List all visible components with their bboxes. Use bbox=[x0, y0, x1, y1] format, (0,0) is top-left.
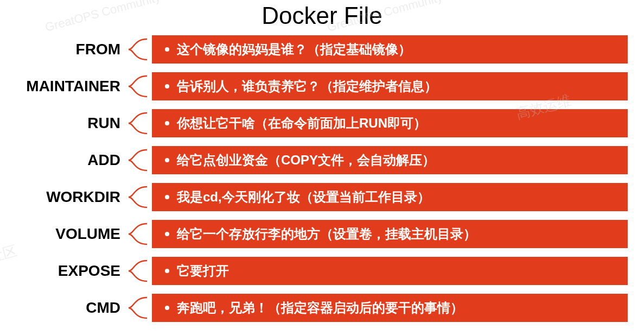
bracket-icon bbox=[125, 181, 152, 213]
desc-maintainer: 告诉别人，谁负责养它？（指定维护者信息） bbox=[152, 72, 628, 100]
desc-cmd: 奔跑吧，兄弟！（指定容器启动后的要干的事情） bbox=[152, 294, 628, 322]
bullet-icon bbox=[165, 121, 169, 125]
desc-text: 给它一个存放行李的地方（设置卷，挂载主机目录） bbox=[177, 225, 476, 243]
row-expose: EXPOSE 它要打开 bbox=[11, 255, 628, 287]
desc-text: 这个镜像的妈妈是谁？（指定基础镜像） bbox=[177, 41, 411, 58]
desc-add: 给它点创业资金（COPY文件，会自动解压） bbox=[152, 146, 628, 174]
rows-container: FROM 这个镜像的妈妈是谁？（指定基础镜像） MAINTAINER 告诉别人，… bbox=[0, 34, 644, 324]
label-expose: EXPOSE bbox=[11, 262, 125, 280]
row-maintainer: MAINTAINER 告诉别人，谁负责养它？（指定维护者信息） bbox=[11, 71, 628, 102]
desc-workdir: 我是cd,今天刚化了妆（设置当前工作目录） bbox=[152, 183, 628, 211]
desc-from: 这个镜像的妈妈是谁？（指定基础镜像） bbox=[152, 35, 628, 64]
row-from: FROM 这个镜像的妈妈是谁？（指定基础镜像） bbox=[11, 34, 628, 65]
bracket-icon bbox=[125, 292, 152, 324]
label-run: RUN bbox=[11, 115, 125, 132]
label-volume: VOLUME bbox=[11, 225, 125, 243]
desc-volume: 给它一个存放行李的地方（设置卷，挂载主机目录） bbox=[152, 220, 628, 248]
desc-text: 你想让它干啥（在命令前面加上RUN即可） bbox=[177, 115, 426, 132]
bracket-icon bbox=[125, 144, 152, 176]
label-maintainer: MAINTAINER bbox=[11, 78, 125, 95]
row-volume: VOLUME 给它一个存放行李的地方（设置卷，挂载主机目录） bbox=[11, 218, 628, 250]
desc-text: 给它点创业资金（COPY文件，会自动解压） bbox=[177, 151, 435, 169]
desc-text: 告诉别人，谁负责养它？（指定维护者信息） bbox=[177, 78, 437, 95]
bracket-icon bbox=[125, 71, 152, 102]
label-add: ADD bbox=[11, 151, 125, 169]
label-workdir: WORKDIR bbox=[11, 188, 125, 206]
row-cmd: CMD 奔跑吧，兄弟！（指定容器启动后的要干的事情） bbox=[11, 292, 628, 324]
row-workdir: WORKDIR 我是cd,今天刚化了妆（设置当前工作目录） bbox=[11, 181, 628, 213]
bullet-icon bbox=[165, 269, 169, 273]
desc-text: 它要打开 bbox=[177, 262, 229, 280]
desc-expose: 它要打开 bbox=[152, 257, 628, 285]
bullet-icon bbox=[165, 232, 169, 236]
bracket-icon bbox=[125, 108, 152, 139]
label-from: FROM bbox=[11, 41, 125, 58]
label-cmd: CMD bbox=[11, 299, 125, 317]
bracket-icon bbox=[125, 218, 152, 250]
row-add: ADD 给它点创业资金（COPY文件，会自动解压） bbox=[11, 144, 628, 176]
row-run: RUN 你想让它干啥（在命令前面加上RUN即可） bbox=[11, 108, 628, 139]
bracket-icon bbox=[125, 255, 152, 287]
bullet-icon bbox=[165, 47, 169, 52]
page-title: Docker File bbox=[0, 0, 644, 34]
bullet-icon bbox=[165, 306, 169, 310]
bullet-icon bbox=[165, 195, 169, 199]
bullet-icon bbox=[165, 84, 169, 89]
desc-run: 你想让它干啥（在命令前面加上RUN即可） bbox=[152, 109, 628, 137]
desc-text: 奔跑吧，兄弟！（指定容器启动后的要干的事情） bbox=[177, 299, 463, 317]
desc-text: 我是cd,今天刚化了妆（设置当前工作目录） bbox=[177, 188, 430, 206]
bullet-icon bbox=[165, 158, 169, 162]
bracket-icon bbox=[125, 34, 152, 65]
